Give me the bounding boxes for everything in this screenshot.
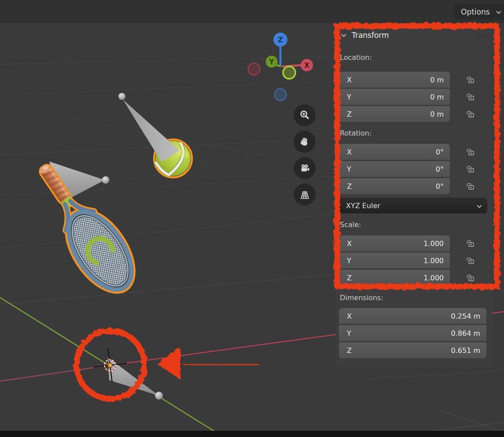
lock-open-icon[interactable] <box>465 255 476 266</box>
lock-open-icon[interactable] <box>465 238 476 249</box>
field-value: 0° <box>436 165 450 173</box>
lock-open-icon[interactable] <box>465 109 476 119</box>
light-handle-sphere <box>155 392 163 400</box>
lock-open-icon[interactable] <box>465 92 476 102</box>
field-value: 0.864 m <box>451 329 486 338</box>
field-value: 0 m <box>430 110 450 118</box>
options-label: Options <box>461 7 490 16</box>
rotation-x-field[interactable]: X 0° <box>339 144 450 160</box>
light-handle-sphere <box>118 93 125 100</box>
field-value: 1.000 <box>423 274 450 282</box>
camera-view-button[interactable] <box>294 157 316 179</box>
gizmo-y-label: Y <box>269 58 275 66</box>
panel-drag-grip-icon[interactable] <box>475 33 487 38</box>
location-x-field[interactable]: X 0 m <box>339 72 450 88</box>
pan-tool-button[interactable] <box>294 131 316 153</box>
field-value: 0 m <box>430 93 450 101</box>
rotation-mode-value: XYZ Euler <box>346 202 380 210</box>
lock-open-icon[interactable] <box>465 74 476 85</box>
editor-bottom-edge <box>0 431 504 437</box>
field-axis-label: X <box>339 148 352 156</box>
field-value: 0° <box>436 148 450 156</box>
field-value: 1.000 <box>423 239 450 248</box>
scale-z-field[interactable]: Z 1.000 <box>339 270 450 286</box>
orthographic-grid-button[interactable] <box>294 184 316 206</box>
blender-3d-viewport: Z Y X Options <box>0 0 504 437</box>
magnifier-plus-icon <box>299 110 310 121</box>
location-lock-column <box>465 74 476 119</box>
gizmo-axis-z-negative[interactable] <box>275 89 287 101</box>
panel-title: Transform <box>352 31 389 40</box>
gizmo-axis-y-negative-highlighted[interactable] <box>283 66 295 79</box>
viewport-tool-buttons <box>294 104 316 206</box>
light-handle-sphere <box>102 176 110 184</box>
rotation-section-label: Rotation: <box>340 129 372 137</box>
field-axis-label: Y <box>339 329 351 338</box>
chevron-down-icon <box>496 11 501 15</box>
field-axis-label: Z <box>339 110 352 118</box>
field-axis-label: Y <box>339 257 351 265</box>
transform-panel: Transform Location: X 0 m Y 0 m Z 0 m <box>335 25 492 367</box>
viewport-horizon <box>0 0 504 23</box>
dimensions-z-field[interactable]: Z 0.651 m <box>339 342 486 358</box>
dimensions-y-field[interactable]: Y 0.864 m <box>339 325 486 341</box>
scale-section-label: Scale: <box>340 220 361 229</box>
field-value: 1.000 <box>423 257 450 265</box>
location-y-field[interactable]: Y 0 m <box>339 89 450 105</box>
gizmo-x-label: X <box>304 62 309 70</box>
lock-open-icon[interactable] <box>465 164 476 174</box>
chevron-down-icon <box>340 32 347 39</box>
zoom-tool-button[interactable] <box>294 104 316 126</box>
rotation-y-field[interactable]: Y 0° <box>339 161 450 177</box>
field-value: 0 m <box>430 76 450 84</box>
movie-camera-icon <box>299 162 311 174</box>
field-value: 0.651 m <box>451 346 486 355</box>
scale-lock-column <box>465 238 476 283</box>
lock-open-icon[interactable] <box>465 181 476 191</box>
transform-panel-header[interactable]: Transform <box>340 31 389 40</box>
field-axis-label: Y <box>339 165 351 173</box>
lock-open-icon[interactable] <box>465 147 476 157</box>
location-z-field[interactable]: Z 0 m <box>339 106 450 122</box>
hand-icon <box>299 136 310 147</box>
field-axis-label: Y <box>339 93 351 101</box>
dimensions-x-field[interactable]: X 0.254 m <box>339 308 486 324</box>
field-axis-label: Z <box>339 182 352 191</box>
options-button[interactable]: Options <box>454 4 504 20</box>
rotation-field-group: X 0° Y 0° Z 0° <box>339 144 450 194</box>
field-axis-label: Z <box>339 346 352 355</box>
field-value: 0° <box>436 182 450 191</box>
scale-x-field[interactable]: X 1.000 <box>339 235 450 251</box>
dimensions-section-label: Dimensions: <box>340 294 383 302</box>
lock-open-icon[interactable] <box>465 272 476 283</box>
location-section-label: Location: <box>340 53 372 62</box>
rotation-lock-column <box>465 147 476 191</box>
scale-field-group: X 1.000 Y 1.000 Z 1.000 <box>339 235 450 286</box>
field-axis-label: X <box>339 239 352 248</box>
dimensions-field-group: X 0.254 m Y 0.864 m Z 0.651 m <box>339 308 486 358</box>
field-axis-label: X <box>339 312 352 320</box>
location-field-group: X 0 m Y 0 m Z 0 m <box>339 72 450 122</box>
gizmo-axis-x-negative[interactable] <box>248 63 260 75</box>
rotation-mode-dropdown[interactable]: XYZ Euler <box>339 198 487 213</box>
perspective-grid-icon <box>299 189 311 201</box>
field-axis-label: X <box>339 76 352 84</box>
scale-y-field[interactable]: Y 1.000 <box>339 253 450 268</box>
rotation-z-field[interactable]: Z 0° <box>339 178 450 194</box>
field-value: 0.254 m <box>451 312 486 320</box>
field-axis-label: Z <box>339 274 352 282</box>
chevron-down-icon <box>477 205 482 209</box>
gizmo-z-label: Z <box>278 36 283 44</box>
